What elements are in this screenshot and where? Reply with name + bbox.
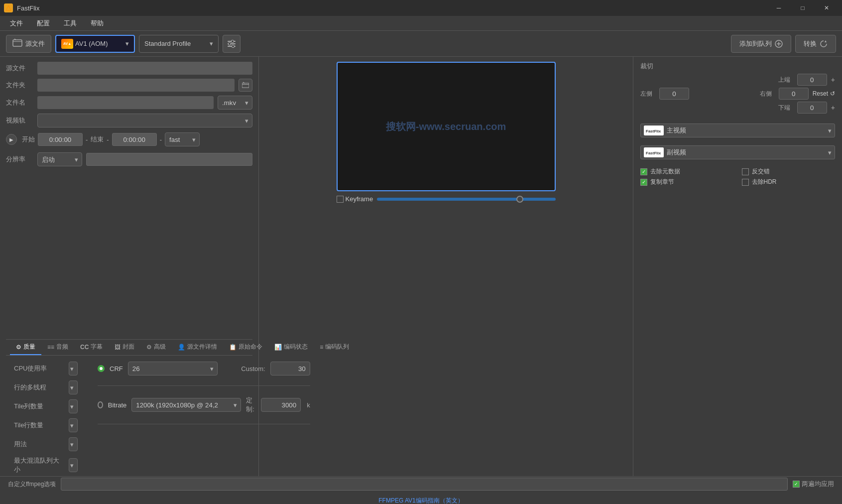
tile-cols-select[interactable]: 0 1234 — [69, 399, 78, 413]
menu-file[interactable]: 文件 — [4, 17, 29, 30]
menu-bar: 文件 配置 工具 帮助 — [0, 16, 842, 31]
settings-icon-button[interactable] — [223, 35, 241, 53]
speed-select[interactable]: fast slow medium — [165, 132, 200, 146]
video-track-select[interactable] — [37, 114, 252, 127]
svg-rect-1 — [13, 40, 22, 46]
filename-input[interactable] — [37, 96, 214, 109]
cpu-usage-select[interactable]: 4 0123 5678 — [69, 362, 78, 376]
tab-audio[interactable]: ≡≡ 音频 — [41, 340, 74, 355]
close-button[interactable]: ✕ — [815, 0, 838, 16]
link-row: FFMPEG AV1编码指南（英文） — [378, 497, 463, 504]
crop-right-label: 右侧 — [760, 90, 775, 98]
source-file-button[interactable]: 源文件 — [6, 35, 51, 53]
start-time-input[interactable] — [38, 133, 83, 146]
quality-tab-label: 质量 — [23, 343, 35, 351]
source-details-icon: 👤 — [178, 344, 185, 351]
copy-chapters-label: 复制章节 — [650, 178, 674, 186]
keyframe-checkbox[interactable] — [337, 196, 344, 203]
tab-source-details[interactable]: 👤 源文件详情 — [172, 340, 223, 355]
tab-quality[interactable]: ⚙ 质量 — [10, 340, 41, 355]
ffmpeg-guide-link[interactable]: FFMPEG AV1编码指南（英文） — [378, 497, 463, 504]
file-ext-select[interactable]: .mkv .mp4 — [218, 96, 252, 110]
codec-selector[interactable]: AV▲ AV1 (AOM) ▾ — [55, 35, 135, 53]
play-button[interactable]: ▶ — [6, 134, 17, 145]
crop-label: 裁切 — [640, 62, 653, 70]
resolution-mode-select[interactable]: 启动 — [37, 152, 82, 166]
filter-row-1: FastFlix 主视频 ▾ — [640, 124, 835, 137]
keyframe-slider[interactable] — [377, 198, 555, 201]
crop-bottom-input[interactable] — [797, 102, 827, 114]
profile-dropdown-icon: ▾ — [210, 40, 213, 47]
max-mux-label: 最大混流队列大小 — [14, 456, 64, 474]
codec-label: AV1 (AOM) — [75, 40, 108, 47]
add-queue-label: 添加到队列 — [739, 39, 772, 48]
cpu-usage-row: CPU使用率 4 0123 5678 — [14, 362, 78, 376]
usage-select[interactable]: good best realtime — [69, 437, 78, 451]
filter1-select[interactable]: FastFlix 主视频 ▾ — [640, 124, 835, 137]
tile-rows-select[interactable]: 0 123 — [69, 418, 78, 432]
row-thread-select[interactable]: enabled disabled — [69, 380, 78, 394]
crf-radio[interactable] — [98, 365, 105, 372]
tab-cover[interactable]: 🖼 封面 — [109, 340, 140, 355]
copy-chapters-checkbox[interactable]: ✓ — [640, 179, 647, 186]
profile-selector[interactable]: Standard Profile ▾ — [139, 35, 219, 53]
menu-tools[interactable]: 工具 — [58, 17, 83, 30]
filter1-label: 主视频 — [667, 126, 686, 135]
filter2-dropdown: ▾ — [828, 149, 832, 156]
advanced-tab-icon: ⚙ — [146, 344, 152, 351]
remove-hdr-checkbox[interactable] — [742, 179, 749, 186]
crop-right-input[interactable] — [779, 88, 809, 100]
profile-label: Standard Profile — [144, 40, 191, 47]
remove-hdr-option[interactable]: 去除HDR — [742, 178, 836, 186]
svg-point-6 — [232, 40, 234, 42]
bitrate-select[interactable]: 1200k (1920x1080p @ 24,2 2000k (1920x108… — [131, 398, 241, 412]
crf-select[interactable]: 26 2022242830 — [128, 362, 218, 376]
menu-help[interactable]: 帮助 — [85, 17, 110, 30]
folder-browse-button[interactable] — [239, 79, 252, 92]
advanced-tab-label: 高级 — [154, 343, 166, 351]
tile-cols-row: Tile列数量 0 1234 — [14, 399, 78, 413]
end-time-input[interactable] — [112, 133, 157, 146]
convert-button[interactable]: 转换 — [795, 35, 836, 53]
both-sides-checkbox[interactable]: ✓ — [793, 481, 800, 488]
filter2-select[interactable]: FastFlix 副视频 ▾ — [640, 145, 835, 159]
anti-aliasing-checkbox[interactable] — [742, 168, 749, 175]
settings-column: CPU使用率 4 0123 5678 行的多线程 — [14, 362, 78, 493]
filter1-logo: FastFlix — [644, 126, 664, 135]
copy-chapters-option[interactable]: ✓ 复制章节 — [640, 178, 734, 186]
max-mux-select[interactable]: 1024 512 2048 — [69, 458, 78, 472]
source-icon — [12, 38, 22, 49]
add-to-queue-button[interactable]: 添加到队列 — [731, 35, 791, 53]
crop-top-input[interactable] — [797, 74, 827, 86]
remove-meta-option[interactable]: ✓ 去除元数据 — [640, 167, 734, 176]
crop-left-label: 左侧 — [640, 90, 655, 98]
crop-top-row: 上端 + — [640, 74, 835, 86]
cover-tab-icon: 🖼 — [115, 344, 120, 351]
crf-label: CRF — [110, 365, 123, 373]
maximize-button[interactable]: □ — [791, 0, 814, 16]
toolbar-right: 添加到队列 转换 — [731, 35, 836, 53]
tab-advanced[interactable]: ⚙ 高级 — [140, 340, 172, 355]
svg-text:FastFlix: FastFlix — [646, 151, 661, 155]
crop-section: 裁切 上端 + 左侧 右侧 Reset ↺ 下端 — [640, 62, 835, 116]
options-grid: ✓ 去除元数据 反交错 ✓ 复制章节 去除HDR — [640, 167, 835, 186]
remove-meta-checkbox[interactable]: ✓ — [640, 168, 647, 175]
tile-rows-label: Tile行数量 — [14, 421, 64, 430]
crop-left-input[interactable] — [659, 88, 689, 100]
source-file-input[interactable] — [37, 62, 252, 75]
ffmpeg-options-label: 自定义ffmpeg选项 — [8, 480, 56, 489]
start-label: 开始 — [22, 135, 35, 144]
preview-panel: 搜软网-www.secruan.com Keyframe — [259, 57, 633, 504]
folder-input[interactable] — [37, 79, 235, 92]
bitrate-radio[interactable] — [98, 401, 103, 408]
resolution-input[interactable] — [86, 153, 252, 166]
ffmpeg-options-input[interactable] — [61, 478, 788, 491]
cpu-usage-label: CPU使用率 — [14, 364, 64, 373]
left-panel: 源文件 文件夹 文件名 .mkv .mp4 — [0, 57, 259, 504]
toolbar: 源文件 AV▲ AV1 (AOM) ▾ Standard Profile ▾ 添… — [0, 31, 842, 57]
anti-aliasing-option[interactable]: 反交错 — [742, 167, 836, 176]
tab-subtitle[interactable]: CC 字幕 — [74, 340, 109, 355]
menu-config[interactable]: 配置 — [31, 17, 56, 30]
minimize-button[interactable]: ─ — [767, 0, 790, 16]
crop-reset-button[interactable]: Reset ↺ — [813, 90, 835, 97]
